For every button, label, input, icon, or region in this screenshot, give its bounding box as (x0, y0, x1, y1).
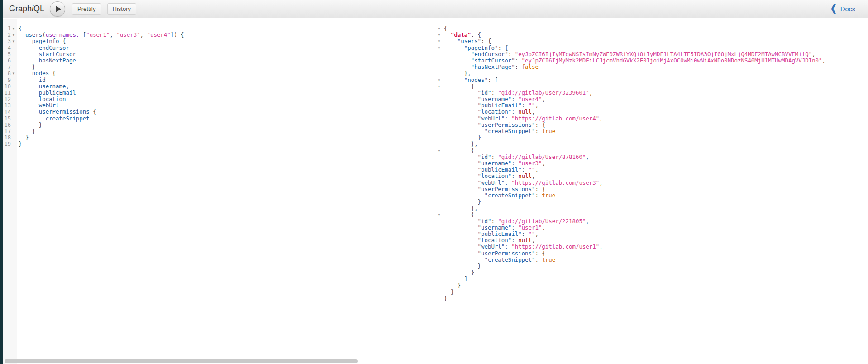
code-line: "id": "gid://gitlab/User/3239601", (444, 90, 868, 96)
code-line: { (444, 83, 868, 90)
code-line: { (444, 211, 868, 218)
code-line: } (19, 64, 436, 70)
code-line: hasNextPage (19, 57, 436, 64)
fold-arrow-icon[interactable]: ▾ (11, 25, 16, 32)
code-line: } (444, 199, 868, 205)
code-line: { (19, 25, 436, 32)
code-line: "endCursor": "eyJpZCI6IjIyMTgwNSIsImNyZW… (444, 51, 868, 57)
line-number: 3 (3, 38, 11, 44)
fold-arrow-icon[interactable]: ▾ (436, 83, 442, 90)
fold-arrow-icon[interactable]: ▾ (11, 38, 16, 44)
line-number: 17 (3, 128, 11, 134)
chevron-left-icon: ❮ (830, 4, 837, 13)
code-line: userPermissions { (19, 109, 436, 115)
code-line: pageInfo { (19, 38, 436, 44)
fold-arrow-icon[interactable]: ▾ (436, 32, 442, 38)
code-line: "nodes": [ (444, 77, 868, 83)
line-number: 8 (3, 70, 11, 77)
code-line: "userPermissions": { (444, 186, 868, 192)
line-number: 1 (3, 25, 11, 32)
code-line: }, (444, 141, 868, 147)
line-number: 13 (3, 102, 11, 109)
code-line: "location": null, (444, 237, 868, 244)
execute-query-button[interactable] (50, 1, 65, 17)
code-line: } (19, 141, 436, 147)
fold-arrow-icon[interactable]: ▾ (11, 70, 16, 77)
code-line: } (444, 283, 868, 289)
code-line: "webUrl": "https://gitlab.com/user4", (444, 115, 868, 122)
code-line: "username": "user1", (444, 225, 868, 231)
code-line: } (444, 269, 868, 276)
line-number: 14 (3, 109, 11, 115)
code-line: "location": null, (444, 173, 868, 179)
code-line: } (19, 122, 436, 128)
line-number: 15 (3, 115, 11, 122)
fold-arrow-icon[interactable]: ▾ (436, 38, 442, 44)
code-line: id (19, 77, 436, 83)
code-line: createSnippet (19, 115, 436, 122)
app-logo: GraphiQL (9, 4, 44, 14)
line-number: 7 (3, 64, 11, 70)
code-line: "users": { (444, 38, 868, 44)
line-number: 5 (3, 51, 11, 57)
code-line: "createSnippet": true (444, 128, 868, 134)
fold-arrow-icon[interactable]: ▾ (436, 148, 442, 154)
code-line: "createSnippet": true (444, 257, 868, 263)
query-editor-pane[interactable]: 1▾2▾3▾45678▾910111213141516171819 { user… (3, 19, 436, 364)
code-line: } (19, 128, 436, 134)
line-number: 4 (3, 45, 11, 51)
horizontal-scrollbar-thumb[interactable] (5, 359, 358, 363)
code-line: } (19, 134, 436, 141)
fold-arrow-icon[interactable]: ▾ (436, 45, 442, 51)
query-line-gutter: 1▾2▾3▾45678▾910111213141516171819 (3, 19, 17, 364)
code-line: "username": "user3", (444, 160, 868, 167)
code-line: "webUrl": "https://gitlab.com/user1", (444, 244, 868, 250)
code-line: publicEmail (19, 90, 436, 96)
code-line: "pageInfo": { (444, 45, 868, 51)
line-number: 18 (3, 134, 11, 141)
query-code[interactable]: { users(usernames: ["user1", "user3", "u… (17, 19, 436, 364)
code-line: } (444, 263, 868, 269)
code-line: "publicEmail": "", (444, 167, 868, 173)
line-number: 11 (3, 90, 11, 96)
toolbar: Prettify History (72, 3, 136, 15)
code-line: "username": "user4", (444, 96, 868, 102)
code-line: "location": null, (444, 109, 868, 115)
line-number: 10 (3, 83, 11, 90)
code-line: "userPermissions": { (444, 250, 868, 257)
fold-arrow-icon[interactable]: ▾ (436, 77, 442, 83)
code-line: webUrl (19, 102, 436, 109)
result-code: { "data": { "users": { "pageInfo": { "en… (443, 19, 868, 364)
line-number: 9 (3, 77, 11, 83)
code-line: { (444, 148, 868, 154)
code-line: } (444, 134, 868, 141)
code-line: }, (444, 205, 868, 211)
fold-arrow-icon[interactable]: ▾ (436, 25, 442, 32)
code-line: "userPermissions": { (444, 122, 868, 128)
line-number: 16 (3, 122, 11, 128)
window-edge-strip (0, 0, 3, 364)
result-fold-gutter: ▾▾▾▾▾▾▾▾ (436, 19, 443, 364)
fold-arrow-icon[interactable]: ▾ (11, 32, 16, 38)
line-number: 12 (3, 96, 11, 102)
code-line: users(usernames: ["user1", "user3", "use… (19, 32, 436, 38)
code-line: endCursor (19, 45, 436, 51)
result-viewer-pane: ▾▾▾▾▾▾▾▾ { "data": { "users": { "pageInf… (436, 19, 868, 364)
code-line: "hasNextPage": false (444, 64, 868, 70)
code-line: "webUrl": "https://gitlab.com/user3", (444, 180, 868, 186)
fold-arrow-icon[interactable]: ▾ (436, 211, 442, 218)
logo-text-post: QL (33, 4, 44, 13)
prettify-button[interactable]: Prettify (72, 3, 101, 15)
code-line: nodes { (19, 70, 436, 77)
code-line: } (444, 289, 868, 295)
code-line: "data": { (444, 32, 868, 38)
code-line: { (444, 25, 868, 32)
docs-toggle[interactable]: ❮ Docs (821, 0, 868, 18)
code-line: }, (444, 70, 868, 77)
line-number: 19 (3, 141, 11, 147)
code-line: "publicEmail": "", (444, 102, 868, 109)
history-button[interactable]: History (107, 3, 136, 15)
code-line: "createSnippet": true (444, 192, 868, 199)
line-number: 2 (3, 32, 11, 38)
docs-label: Docs (840, 5, 855, 13)
